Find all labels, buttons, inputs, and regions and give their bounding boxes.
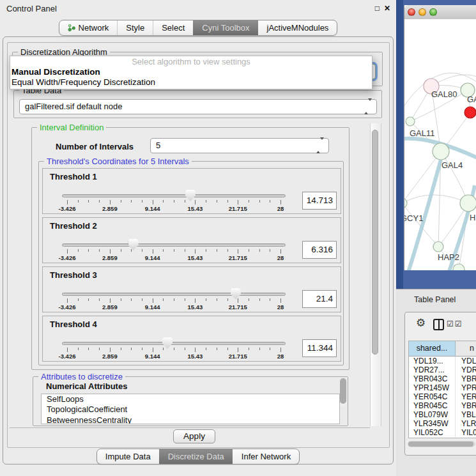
network-node-label: GA [467,95,476,104]
table-row[interactable]: YBR043C YBR043C [409,374,476,383]
tab-infer-network[interactable]: Infer Network [233,449,299,464]
network-canvas[interactable]: GAL80GAGAL11GAL4GCY1HHAP2 [404,19,476,270]
column-header-shared-name[interactable]: shared... [409,341,456,356]
cell-shared-name[interactable]: YBR045C [409,401,456,410]
slider-track[interactable] [62,243,286,247]
show-columns-icon[interactable] [433,319,444,330]
cell-shared-name[interactable]: YPR145W [409,383,456,392]
settings-vertical-scrollbar[interactable] [370,123,381,426]
attribute-item[interactable]: SelfLoops [42,394,339,404]
attribute-item[interactable]: TopologicalCoefficient [42,404,339,415]
cell-name[interactable]: YBR043C [456,374,476,383]
table-data-combobox[interactable]: galFiltered.sif default node [19,99,377,114]
cell-name[interactable]: YLR345W [456,419,476,428]
attributes-list-scrollbar[interactable] [340,378,346,406]
bottom-tab-group: Impute DataDiscretize DataInfer Network [96,449,300,464]
algorithm-prompt: Select algorithm to view settings [10,57,372,67]
slider-track[interactable] [62,194,286,197]
tab-jactivemnodules[interactable]: jActiveMNodules [258,20,337,35]
tick-label: -3.426 [59,254,76,261]
cell-name[interactable]: YBR045C [456,401,476,410]
threshold-panel: Threshold 1 -3.4262.8599.14415.4321.7152… [42,168,341,214]
threshold-value-field[interactable]: 6.316 [302,241,337,259]
network-node-green[interactable] [404,198,407,208]
close-traffic-light-icon[interactable] [408,8,415,16]
table-row[interactable]: YBL079W YBL079W [409,410,476,419]
numerical-attributes-list[interactable]: SelfLoopsTopologicalCoefficientBetweenne… [41,394,340,424]
cell-name[interactable]: YDR27... [456,365,476,374]
network-node-red[interactable] [464,107,476,118]
number-of-intervals-label: Number of Intervals [56,142,134,151]
table-row[interactable]: YDL19... YDL19... [409,357,476,365]
tick-label: 28 [277,254,284,261]
algorithm-option-manual[interactable]: Manual Discretization [10,67,372,77]
cell-name[interactable]: YPR145W [456,383,476,392]
screenshot-root: Control Panel □ ✕ NetworkStyleSelectCyni… [0,0,476,476]
float-window-icon[interactable]: □ [375,4,380,12]
threshold-value-field[interactable]: 14.713 [302,192,337,210]
tab-network[interactable]: Network [59,20,118,35]
cell-shared-name[interactable]: YDR27... [409,365,456,374]
attributes-group: Attributes to discretize Numerical Attri… [33,376,348,426]
table-row[interactable]: YDR27... YDR27... [409,365,476,374]
gear-icon[interactable]: ⚙ [416,316,426,330]
table-data-value: galFiltered.sif default node [25,100,122,114]
scrollbar-thumb[interactable] [340,378,346,404]
cell-name[interactable]: YER054C [456,392,476,401]
table-data-group: Table Data galFiltered.sif default node [13,90,382,118]
threshold-value-field[interactable]: 11.344 [302,339,337,357]
tab-label: Network [79,23,109,33]
scrollbar-thumb[interactable] [372,130,378,355]
algorithm-option-equal-width[interactable]: Equal Width/Frequency Discretization [10,77,372,88]
network-node-green[interactable] [406,117,415,126]
checkbox-icons[interactable]: ☑☑ [447,319,463,328]
threshold-value-field[interactable]: 21.4 [302,290,337,308]
number-of-intervals-combobox[interactable]: 5 [150,138,329,153]
table-row[interactable]: YIL052C YIL052C [409,428,476,437]
tab-impute-data[interactable]: Impute Data [97,449,159,464]
combo-stepper-icon[interactable] [316,140,324,151]
network-graph [404,19,476,270]
tick-label: 9.144 [145,254,160,261]
tick-label: 28 [277,353,284,360]
table-row[interactable]: YER054C YER054C [409,392,476,401]
threshold-panel: Threshold 3 -3.4262.8599.14415.4321.7152… [42,266,341,312]
cell-shared-name[interactable]: YDL19... [409,357,456,365]
tab-discretize-data[interactable]: Discretize Data [159,449,233,464]
zoom-traffic-light-icon[interactable] [429,8,437,16]
cell-shared-name[interactable]: YER054C [409,392,456,401]
combo-stepper-icon[interactable] [364,101,372,112]
tab-cyni-toolbox[interactable]: Cyni Toolbox [193,20,257,35]
table-row[interactable]: YBR045C YBR045C [409,401,476,410]
slider-track[interactable] [62,293,286,296]
cell-shared-name[interactable]: YBR043C [409,374,456,383]
slider-track[interactable] [62,342,286,345]
cell-shared-name[interactable]: YIL052C [409,428,456,437]
close-icon[interactable]: ✕ [384,4,390,12]
network-node-green[interactable] [433,143,449,160]
threshold-panel: Threshold 2 -3.4262.8599.14415.4321.7152… [42,217,341,263]
threshold-label: Threshold 3 [50,270,97,280]
cell-name[interactable]: YDL19... [456,357,476,365]
network-node-green[interactable] [460,195,476,211]
table-row[interactable]: YLR345W YLR345W [409,419,476,428]
cell-shared-name[interactable]: YLR345W [409,419,456,428]
network-node-green[interactable] [453,264,464,270]
table-horizontal-scrollbar[interactable] [408,441,475,447]
cell-shared-name[interactable]: YBL079W [409,410,456,419]
scrollbar-thumb[interactable] [408,441,473,447]
network-node-green[interactable] [433,242,443,252]
column-header-name[interactable]: n [456,341,476,356]
network-window: GAL80GAGAL11GAL4GCY1HHAP2 [404,5,476,270]
cell-name[interactable]: YBL079W [456,410,476,419]
apply-button[interactable]: Apply [173,429,215,443]
tab-style[interactable]: Style [117,20,153,35]
tab-select[interactable]: Select [153,20,193,35]
network-node-label: GCY1 [404,213,423,223]
slider-tick-labels: -3.4262.8599.14415.4321.71528 [67,303,280,311]
attribute-item[interactable]: BetweennessCentrality [42,415,339,424]
cell-name[interactable]: YIL052C [456,428,476,437]
minimize-traffic-light-icon[interactable] [418,8,426,16]
table-row[interactable]: YPR145W YPR145W [409,383,476,392]
slider-tick-labels: -3.4262.8599.14415.4321.71528 [67,205,280,213]
